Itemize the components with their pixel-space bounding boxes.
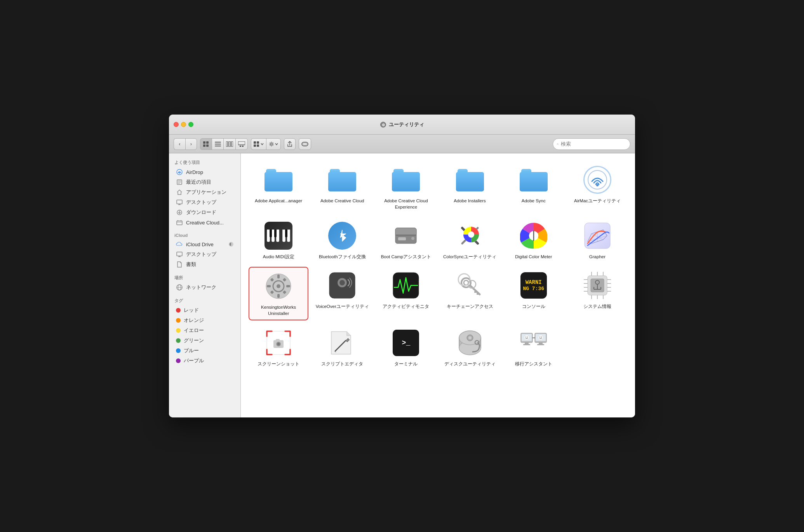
svg-rect-17 [254,144,256,147]
sidebar-item-icloud-docs[interactable]: 書類 [171,259,239,269]
svg-point-33 [179,172,180,174]
app-sysinfo[interactable]: システム情報 [567,267,627,313]
chevron-down-icon [261,143,264,146]
digital-color-app-icon [518,220,549,251]
app-screenshot[interactable]: スクリーンショット [249,324,308,370]
sidebar-item-recents[interactable]: 最近の項目 [171,177,239,187]
minimize-button[interactable] [181,122,186,127]
app-adobe-creative-cloud[interactable]: Adobe Creative Cloud [312,161,372,207]
sysinfo-label: システム情報 [583,303,611,309]
view-list-button[interactable] [212,138,223,150]
airmac-app-icon [582,164,613,195]
kensington-app-icon [263,271,294,302]
tag-purple-label: パープル [184,357,204,364]
sidebar-item-icloud-drive[interactable]: iCloud Drive [171,239,239,249]
sidebar-item-tag-purple[interactable]: パープル [171,356,239,366]
app-adobe-sync[interactable]: Adobe Sync [504,161,564,207]
sidebar-item-tag-red[interactable]: レッド [171,305,239,315]
sidebar-item-creative-cloud[interactable]: Creative Cloud... [171,217,239,228]
app-script-editor[interactable]: スクリプトエディタ [312,324,372,370]
forward-button[interactable]: › [185,138,197,150]
airmac-label: AirMacユーティリティ [574,198,621,204]
app-grapher[interactable]: Grapher [567,217,627,263]
tag-button[interactable] [299,138,311,150]
tag-icon [301,141,308,147]
svg-point-20 [271,142,272,143]
sidebar-item-applications[interactable]: アプリケーション [171,187,239,197]
app-console[interactable]: WARNI NG 7:36 コンソール [504,267,564,313]
view-icon-button[interactable] [200,138,212,150]
list-view-icon [215,141,221,147]
app-adobe-installers[interactable]: Adobe Installers [440,161,500,207]
svg-point-126 [524,335,529,340]
svg-point-127 [526,337,526,337]
recents-label: 最近の項目 [186,179,211,186]
favorites-header: よく使う項目 [169,157,240,167]
airdrop-label: AirDrop [186,169,203,175]
app-airmac[interactable]: AirMacユーティリティ [567,161,627,207]
app-disk-util[interactable]: ディスクユーティリティ [440,324,500,370]
arrange-icon [254,141,260,147]
sidebar-item-tag-orange[interactable]: オレンジ [171,315,239,325]
close-button[interactable] [174,122,179,127]
sidebar-item-icloud-desktop[interactable]: デスクトップ [171,249,239,259]
fullscreen-button[interactable] [188,122,193,127]
svg-rect-84 [474,291,477,293]
sidebar-item-tag-green[interactable]: グリーン [171,336,239,346]
app-migration[interactable]: 移行アシスタント [504,324,564,370]
share-button[interactable] [284,138,296,150]
script-editor-app-icon [327,327,358,358]
tag-red-label: レッド [184,307,199,314]
screenshot-label: スクリーンショット [258,361,299,367]
docs-icon [176,261,183,268]
app-digital-color[interactable]: Digital Color Meter [504,217,564,263]
back-button[interactable]: ‹ [174,138,185,150]
sidebar-item-airdrop[interactable]: AirDrop [171,167,239,177]
keychain-label: キーチェーンアクセス [447,303,493,309]
column-view-icon [226,141,233,147]
adobe-creative-cloud-icon [327,164,358,195]
icloud-drive-label: iCloud Drive [186,242,214,247]
arrange-button[interactable] [251,138,266,150]
search-box[interactable] [553,138,630,150]
app-keychain[interactable]: キーチェーンアクセス [440,267,500,313]
sidebar-item-tag-yellow[interactable]: イエロー [171,325,239,336]
desktop-label: デスクトップ [186,199,216,206]
svg-rect-69 [277,275,280,278]
app-activity[interactable]: アクティビティモニタ [376,267,436,313]
voiceover-app-icon [327,270,358,301]
app-colorsync[interactable]: ColorSyncユーティリティ [440,217,500,263]
svg-rect-125 [523,344,530,345]
adobe-app-manager-label: Adobe Applicat...anager [255,198,302,204]
console-app-icon: WARNI NG 7:36 [518,270,549,301]
terminal-prompt: >_ [402,339,411,347]
svg-rect-42 [177,221,182,225]
app-bootcamp[interactable]: Boot Campアシスタント [376,217,436,263]
app-kensington[interactable]: KensingtonWorks Uninstaller [249,267,308,320]
app-terminal[interactable]: >_ ターミナル [376,324,436,370]
app-bluetooth[interactable]: Bluetoothファイル交換 [312,217,372,263]
view-column-button[interactable] [223,138,235,150]
app-audio-midi[interactable]: Audio MIDI設定 [249,217,308,263]
search-input[interactable] [561,141,626,147]
action-button[interactable] [266,138,281,150]
svg-rect-10 [229,141,230,147]
sidebar-item-network[interactable]: ネットワーク [171,282,239,292]
svg-rect-70 [277,294,280,298]
app-adobe-app-manager[interactable]: Adobe Applicat...anager [249,161,308,207]
svg-rect-132 [537,344,544,345]
view-gallery-button[interactable] [235,138,248,150]
adobe-installers-icon [454,164,486,195]
app-voiceover[interactable]: VoiceOverユーティリティ [312,267,372,313]
sidebar-item-desktop[interactable]: デスクトップ [171,197,239,207]
svg-point-134 [539,337,540,337]
app-adobe-cc-experience[interactable]: Adobe Creative Cloud Experience [376,161,436,213]
sidebar-item-tag-blue[interactable]: ブルー [171,346,239,356]
tags-header: タグ [169,296,240,305]
svg-rect-71 [267,285,271,287]
svg-rect-13 [240,146,241,147]
svg-rect-4 [203,144,205,147]
kensington-label: KensingtonWorks Uninstaller [252,304,305,316]
chevron-down-icon2 [275,143,278,146]
sidebar-item-downloads[interactable]: ダウンロード [171,207,239,217]
